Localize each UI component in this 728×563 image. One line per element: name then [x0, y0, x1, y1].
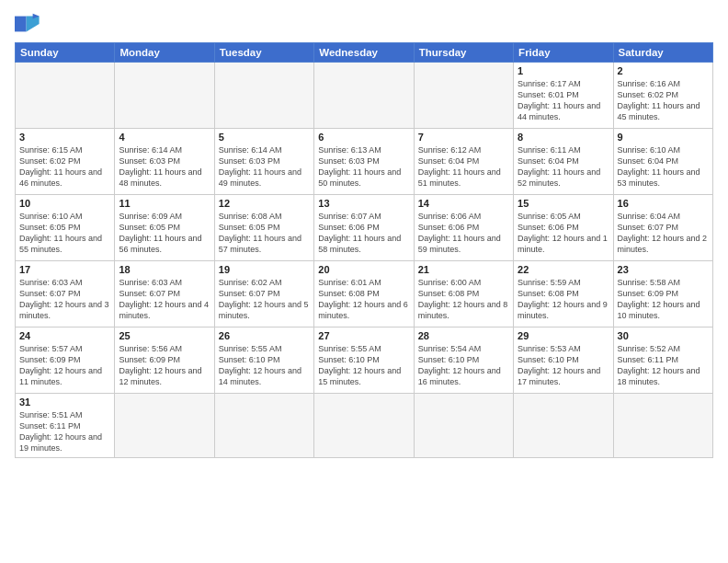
calendar-cell: [514, 394, 613, 458]
day-info: Sunrise: 6:06 AM Sunset: 6:06 PM Dayligh…: [418, 211, 509, 256]
day-info: Sunrise: 6:14 AM Sunset: 6:03 PM Dayligh…: [219, 144, 310, 190]
day-info: Sunrise: 5:54 AM Sunset: 6:10 PM Dayligh…: [418, 343, 509, 388]
day-info: Sunrise: 6:01 AM Sunset: 6:08 PM Dayligh…: [318, 277, 409, 322]
day-number: 11: [119, 198, 210, 209]
calendar-cell: [214, 394, 313, 458]
day-info: Sunrise: 6:03 AM Sunset: 6:07 PM Dayligh…: [119, 277, 210, 322]
calendar-cell: 12Sunrise: 6:08 AM Sunset: 6:05 PM Dayli…: [214, 195, 313, 261]
day-number: 26: [219, 330, 310, 341]
calendar-cell: 1Sunrise: 6:17 AM Sunset: 6:01 PM Daylig…: [514, 63, 613, 129]
day-info: Sunrise: 6:03 AM Sunset: 6:07 PM Dayligh…: [19, 277, 110, 322]
weekday-header-monday: Monday: [115, 43, 214, 63]
day-number: 7: [418, 132, 509, 143]
day-number: 2: [618, 65, 709, 76]
day-info: Sunrise: 6:09 AM Sunset: 6:05 PM Dayligh…: [119, 211, 210, 256]
calendar-cell: 28Sunrise: 5:54 AM Sunset: 6:10 PM Dayli…: [414, 327, 513, 394]
generalblue-logo-icon: [15, 11, 40, 37]
calendar-cell: 22Sunrise: 5:59 AM Sunset: 6:08 PM Dayli…: [514, 261, 613, 327]
day-info: Sunrise: 5:52 AM Sunset: 6:11 PM Dayligh…: [618, 343, 709, 388]
svg-marker-1: [27, 17, 40, 32]
day-number: 22: [518, 264, 609, 275]
day-info: Sunrise: 6:04 AM Sunset: 6:07 PM Dayligh…: [618, 211, 709, 256]
calendar-cell: 5Sunrise: 6:14 AM Sunset: 6:03 PM Daylig…: [214, 129, 313, 195]
day-number: 20: [318, 264, 409, 275]
day-number: 24: [19, 330, 110, 341]
weekday-header-thursday: Thursday: [414, 43, 513, 63]
weekday-header-wednesday: Wednesday: [314, 43, 414, 63]
calendar-cell: 4Sunrise: 6:14 AM Sunset: 6:03 PM Daylig…: [115, 129, 214, 195]
calendar-cell: 2Sunrise: 6:16 AM Sunset: 6:02 PM Daylig…: [613, 63, 712, 129]
calendar-cell: [414, 394, 513, 458]
day-info: Sunrise: 5:58 AM Sunset: 6:09 PM Dayligh…: [618, 277, 709, 322]
day-number: 17: [19, 264, 110, 275]
day-info: Sunrise: 5:57 AM Sunset: 6:09 PM Dayligh…: [19, 343, 110, 388]
calendar-week-1: 1Sunrise: 6:17 AM Sunset: 6:01 PM Daylig…: [16, 63, 713, 129]
calendar-cell: 26Sunrise: 5:55 AM Sunset: 6:10 PM Dayli…: [214, 327, 313, 394]
day-number: 14: [418, 198, 509, 209]
day-info: Sunrise: 5:55 AM Sunset: 6:10 PM Dayligh…: [219, 343, 310, 388]
calendar-cell: [214, 63, 313, 129]
weekday-header-sunday: Sunday: [16, 43, 115, 63]
day-number: 5: [219, 132, 310, 143]
day-info: Sunrise: 5:59 AM Sunset: 6:08 PM Dayligh…: [518, 277, 609, 322]
day-info: Sunrise: 6:08 AM Sunset: 6:05 PM Dayligh…: [219, 211, 310, 256]
calendar-week-5: 24Sunrise: 5:57 AM Sunset: 6:09 PM Dayli…: [16, 327, 713, 394]
calendar-week-4: 17Sunrise: 6:03 AM Sunset: 6:07 PM Dayli…: [16, 261, 713, 327]
calendar-cell: [115, 394, 214, 458]
day-number: 30: [618, 330, 709, 341]
day-info: Sunrise: 6:02 AM Sunset: 6:07 PM Dayligh…: [219, 277, 310, 322]
day-info: Sunrise: 6:00 AM Sunset: 6:08 PM Dayligh…: [418, 277, 509, 322]
day-info: Sunrise: 6:16 AM Sunset: 6:02 PM Dayligh…: [618, 78, 709, 123]
calendar-cell: 13Sunrise: 6:07 AM Sunset: 6:06 PM Dayli…: [314, 195, 414, 261]
day-info: Sunrise: 6:15 AM Sunset: 6:02 PM Dayligh…: [19, 144, 110, 190]
day-number: 31: [19, 396, 110, 408]
day-number: 1: [518, 65, 609, 76]
calendar-cell: 16Sunrise: 6:04 AM Sunset: 6:07 PM Dayli…: [613, 195, 712, 261]
calendar-cell: 3Sunrise: 6:15 AM Sunset: 6:02 PM Daylig…: [16, 129, 115, 195]
day-info: Sunrise: 5:56 AM Sunset: 6:09 PM Dayligh…: [119, 343, 210, 388]
weekday-header-friday: Friday: [514, 43, 613, 63]
calendar-cell: 6Sunrise: 6:13 AM Sunset: 6:03 PM Daylig…: [314, 129, 414, 195]
day-number: 12: [219, 198, 310, 209]
page: SundayMondayTuesdayWednesdayThursdayFrid…: [0, 0, 728, 465]
calendar-cell: [314, 63, 414, 129]
calendar-cell: 8Sunrise: 6:11 AM Sunset: 6:04 PM Daylig…: [514, 129, 613, 195]
day-number: 27: [318, 330, 409, 341]
calendar-cell: 11Sunrise: 6:09 AM Sunset: 6:05 PM Dayli…: [115, 195, 214, 261]
weekday-header-tuesday: Tuesday: [214, 43, 313, 63]
day-info: Sunrise: 6:12 AM Sunset: 6:04 PM Dayligh…: [418, 144, 509, 190]
calendar-cell: 10Sunrise: 6:10 AM Sunset: 6:05 PM Dayli…: [16, 195, 115, 261]
calendar-cell: 29Sunrise: 5:53 AM Sunset: 6:10 PM Dayli…: [514, 327, 613, 394]
day-number: 10: [19, 198, 110, 209]
day-info: Sunrise: 6:17 AM Sunset: 6:01 PM Dayligh…: [518, 78, 609, 123]
calendar-cell: 15Sunrise: 6:05 AM Sunset: 6:06 PM Dayli…: [514, 195, 613, 261]
day-number: 9: [618, 132, 709, 143]
calendar-cell: 9Sunrise: 6:10 AM Sunset: 6:04 PM Daylig…: [613, 129, 712, 195]
day-info: Sunrise: 6:10 AM Sunset: 6:04 PM Dayligh…: [618, 144, 709, 190]
day-number: 8: [518, 132, 609, 143]
calendar-cell: [613, 394, 712, 458]
day-info: Sunrise: 6:05 AM Sunset: 6:06 PM Dayligh…: [518, 211, 609, 256]
day-number: 21: [418, 264, 509, 275]
day-number: 4: [119, 132, 210, 143]
day-info: Sunrise: 6:14 AM Sunset: 6:03 PM Dayligh…: [119, 144, 210, 190]
day-number: 25: [119, 330, 210, 341]
calendar-cell: [16, 63, 115, 129]
day-number: 16: [618, 198, 709, 209]
calendar-week-2: 3Sunrise: 6:15 AM Sunset: 6:02 PM Daylig…: [16, 129, 713, 195]
day-number: 28: [418, 330, 509, 341]
calendar-cell: 24Sunrise: 5:57 AM Sunset: 6:09 PM Dayli…: [16, 327, 115, 394]
calendar-cell: 21Sunrise: 6:00 AM Sunset: 6:08 PM Dayli…: [414, 261, 513, 327]
day-number: 13: [318, 198, 409, 209]
calendar-cell: 14Sunrise: 6:06 AM Sunset: 6:06 PM Dayli…: [414, 195, 513, 261]
calendar-cell: 27Sunrise: 5:55 AM Sunset: 6:10 PM Dayli…: [314, 327, 414, 394]
calendar-cell: 31Sunrise: 5:51 AM Sunset: 6:11 PM Dayli…: [16, 394, 115, 458]
day-number: 19: [219, 264, 310, 275]
day-number: 18: [119, 264, 210, 275]
svg-rect-0: [15, 17, 27, 32]
calendar-cell: 18Sunrise: 6:03 AM Sunset: 6:07 PM Dayli…: [115, 261, 214, 327]
header: [15, 11, 713, 37]
calendar-cell: 17Sunrise: 6:03 AM Sunset: 6:07 PM Dayli…: [16, 261, 115, 327]
day-number: 29: [518, 330, 609, 341]
day-info: Sunrise: 6:13 AM Sunset: 6:03 PM Dayligh…: [318, 144, 409, 190]
